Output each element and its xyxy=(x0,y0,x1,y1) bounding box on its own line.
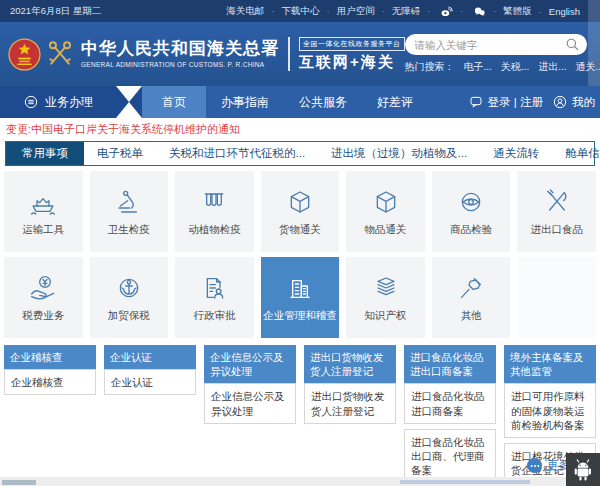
business-menu-button[interactable]: 业务办理 xyxy=(0,86,116,118)
top-utility-links: 海关电邮 下载中心 用户空间 无障碍 繁體版 xyxy=(226,5,590,18)
nav-tab-home[interactable]: 首页 xyxy=(142,86,206,118)
nav-account-area: 登录 | 注册 我的 xyxy=(468,86,600,118)
items-package-icon xyxy=(369,186,403,218)
subsection-item[interactable]: 进口食品化妆品进口商备案 xyxy=(404,383,496,423)
category-tab-tariff[interactable]: 关税和进口环节代征税的... xyxy=(156,142,318,165)
login-register-button[interactable]: 登录 | 注册 xyxy=(468,94,543,110)
service-tile-label: 加贸保税 xyxy=(108,309,150,323)
category-tab-animal-plant[interactable]: 进出境（过境）动植物及... xyxy=(318,142,480,165)
subsection-item[interactable]: 企业认证 xyxy=(104,369,196,395)
search-icon[interactable] xyxy=(565,37,580,52)
customs-portal-page: 2021年6月8日 星期二 海关电邮 下载中心 用户空间 无障碍 xyxy=(0,0,600,486)
service-tile-intellectual-property[interactable]: 知识产权 xyxy=(346,257,425,338)
link-download-center[interactable]: 下载中心 xyxy=(271,5,319,18)
subsection-column-certification: 企业认证 企业认证 xyxy=(104,345,196,395)
service-tile-health-quarantine[interactable]: 卫生检疫 xyxy=(90,171,169,252)
subsection-header[interactable]: 企业认证 xyxy=(104,345,196,369)
service-tile-cargo-clearance[interactable]: 货物通关 xyxy=(261,171,340,252)
buildings-icon xyxy=(283,272,317,304)
subsection-item[interactable]: 进口可用作原料的固体废物装运前检验机构备案 xyxy=(504,383,596,438)
bottom-cutoff-strip xyxy=(0,477,600,486)
hot-search-item[interactable]: 电子... xyxy=(464,60,492,74)
nav-tab-rating[interactable]: 好差评 xyxy=(362,86,428,118)
ship-icon xyxy=(26,186,60,218)
service-tile-commodity-inspection[interactable]: 商品检验 xyxy=(432,171,511,252)
notice-link[interactable]: 变更:中国电子口岸关于海关系统停机维护的通知 xyxy=(6,122,240,137)
hot-search-label: 热门搜索： xyxy=(405,60,455,74)
android-robot-icon xyxy=(570,457,596,483)
service-tile-label: 运输工具 xyxy=(22,223,64,237)
pushpin-icon xyxy=(454,272,488,304)
org-name-cn: 中华人民共和国海关总署 xyxy=(81,40,279,59)
login-register-label: 登录 | 注册 xyxy=(488,95,543,110)
search-input[interactable] xyxy=(405,34,587,55)
lang-english[interactable]: English xyxy=(539,6,580,17)
link-accessibility[interactable]: 无障碍 xyxy=(382,5,421,18)
service-tile-animal-plant-quarantine[interactable]: 动植物检疫 xyxy=(175,171,254,252)
top-utility-bar: 2021年6月8日 星期二 海关电邮 下载中心 用户空间 无障碍 xyxy=(0,0,600,22)
cutoff-content xyxy=(2,480,36,485)
service-tile-transport[interactable]: 运输工具 xyxy=(4,171,83,252)
platform-badge: 全国一体化在线政务服务平台 xyxy=(299,37,405,51)
site-header: 中华人民共和国海关总署 GENERAL ADMINISTRATION OF CU… xyxy=(0,22,600,86)
link-customs-mail[interactable]: 海关电邮 xyxy=(226,5,264,18)
category-tab-manifest[interactable]: 舱单信息 xyxy=(552,142,600,165)
subsection-header[interactable]: 进口食品化妆品进出口商备案 xyxy=(404,345,496,383)
crossed-keys-logo-icon xyxy=(45,38,75,70)
subsection-header[interactable]: 企业信息公示及异议处理 xyxy=(204,345,296,383)
service-tile-other[interactable]: 其他 xyxy=(432,257,511,338)
service-tile-food-import-export[interactable]: 进出口食品 xyxy=(517,171,596,252)
current-date: 2021年6月8日 星期二 xyxy=(10,5,101,18)
hot-search-item[interactable]: 进出... xyxy=(538,60,566,74)
subsection-header[interactable]: 进出口货物收发货人注册登记 xyxy=(304,345,396,383)
wechat-icon[interactable] xyxy=(460,5,486,18)
ellipsis-icon xyxy=(527,458,542,473)
my-account-label: 我的 xyxy=(572,95,595,110)
menu-circle-icon xyxy=(23,94,39,110)
cutoff-content xyxy=(400,480,530,484)
category-tab-etax[interactable]: 电子税单 xyxy=(84,142,156,165)
weibo-icon[interactable] xyxy=(427,5,453,18)
nav-tab-public-service[interactable]: 公共服务 xyxy=(284,86,362,118)
subsection-item[interactable]: 企业信息公示及异议处理 xyxy=(204,383,296,423)
my-account-button[interactable]: 我的 xyxy=(552,94,595,110)
subsection-item[interactable]: 企业稽核查 xyxy=(4,369,96,395)
microscope-icon xyxy=(112,186,146,218)
utensils-icon xyxy=(540,186,574,218)
category-tab-common[interactable]: 常用事项 xyxy=(6,142,84,165)
service-tile-label: 货物通关 xyxy=(279,223,321,237)
android-overlay-button[interactable] xyxy=(566,453,600,486)
nav-tab-guide[interactable]: 办事指南 xyxy=(206,86,284,118)
subsection-column-food-cosmetics: 进口食品化妆品进出口商备案 进口食品化妆品进口商备案 进口食品化妆品出口商、代理… xyxy=(404,345,496,483)
service-tile-label: 卫生检疫 xyxy=(108,223,150,237)
hot-search-item[interactable]: 关税... xyxy=(501,60,529,74)
service-tile-bonded-trade[interactable]: 加贸保税 xyxy=(90,257,169,338)
header-divider xyxy=(288,37,290,71)
books-icon xyxy=(369,272,403,304)
hand-coin-icon xyxy=(26,272,60,304)
more-button[interactable]: 更多 xyxy=(527,458,570,473)
subsection-header[interactable]: 境外主体备案及其他监管 xyxy=(504,345,596,383)
link-user-space[interactable]: 用户空间 xyxy=(327,5,375,18)
service-tile-enterprise-management[interactable]: 企业管理和稽查 xyxy=(261,257,340,338)
service-tile-tax-business[interactable]: 税费业务 xyxy=(4,257,83,338)
category-tab-clearance-flow[interactable]: 通关流转 xyxy=(480,142,552,165)
service-tile-label: 物品通关 xyxy=(365,223,407,237)
scrollbar[interactable] xyxy=(588,0,600,86)
hot-search-row: 热门搜索： 电子... 关税... 进出... 通关... xyxy=(405,60,600,74)
subsection-item[interactable]: 进出口货物收发货人注册登记 xyxy=(304,383,396,423)
search-box xyxy=(405,34,587,55)
cargo-package-icon xyxy=(283,186,317,218)
service-grid: 运输工具 卫生检疫 动植物检疫 xyxy=(4,171,596,338)
service-tile-admin-approval[interactable]: 行政审批 xyxy=(175,257,254,338)
subsection-column-audit: 企业稽核查 企业稽核查 xyxy=(4,345,96,395)
subsection-item[interactable]: 进口食品化妆品出口商、代理商备案 xyxy=(404,429,496,484)
platform-block: 全国一体化在线政务服务平台 互联网+海关 xyxy=(299,37,405,72)
service-tile-items-clearance[interactable]: 物品通关 xyxy=(346,171,425,252)
wechat-icon xyxy=(473,5,486,18)
subsection-header[interactable]: 企业稽核查 xyxy=(4,345,96,369)
service-tile-label: 行政审批 xyxy=(193,309,235,323)
org-title-block: 中华人民共和国海关总署 GENERAL ADMINISTRATION OF CU… xyxy=(81,40,279,68)
lang-traditional[interactable]: 繁體版 xyxy=(493,5,532,18)
service-tile-label: 其他 xyxy=(461,309,482,323)
